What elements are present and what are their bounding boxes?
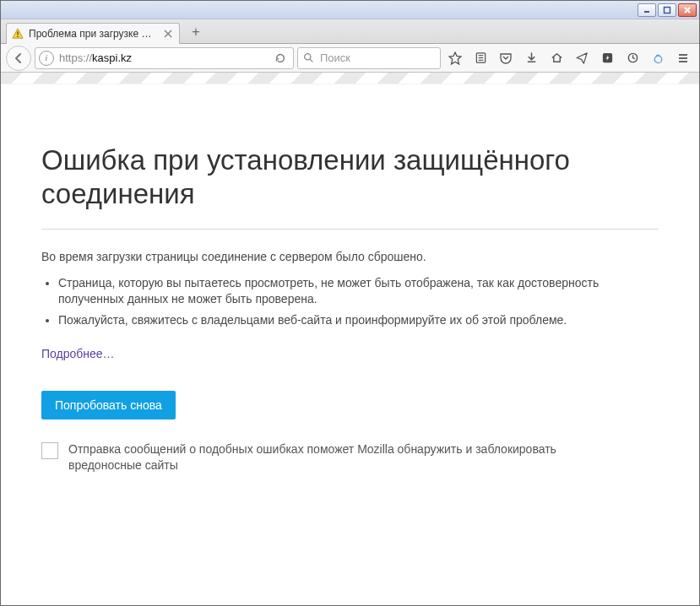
reload-button[interactable]	[271, 52, 290, 64]
error-lead: Во время загрузки страницы соединение с …	[41, 250, 659, 263]
menu-icon[interactable]	[672, 47, 694, 69]
svg-line-10	[310, 59, 312, 62]
svg-line-2	[685, 8, 690, 13]
error-causes-list: Страница, которую вы пытаетесь просмотре…	[41, 275, 659, 328]
learn-more-link[interactable]: Подробнее…	[41, 347, 115, 360]
search-icon	[303, 52, 315, 64]
window-minimize-button[interactable]	[638, 3, 656, 17]
search-placeholder: Поиск	[320, 51, 350, 64]
error-stripe	[1, 73, 699, 84]
history-icon[interactable]	[621, 47, 643, 69]
svg-point-9	[305, 53, 311, 59]
tab-close-button[interactable]	[162, 28, 174, 40]
browser-window: Проблема при загрузке стр… + i https://k…	[0, 0, 700, 606]
svg-rect-6	[17, 36, 18, 37]
svg-rect-11	[476, 53, 485, 62]
svg-line-8	[165, 30, 171, 37]
downloads-icon[interactable]	[520, 47, 542, 69]
svg-rect-5	[17, 31, 18, 35]
window-titlebar	[1, 1, 699, 19]
flash-icon[interactable]	[596, 47, 618, 69]
pocket-icon[interactable]	[495, 47, 517, 69]
report-checkbox[interactable]	[41, 442, 58, 459]
content-area: Ошибка при установлении защищённого соед…	[1, 73, 699, 605]
browser-tab[interactable]: Проблема при загрузке стр…	[6, 23, 180, 44]
svg-rect-1	[665, 7, 670, 13]
retry-button[interactable]: Попробовать снова	[41, 391, 176, 419]
svg-point-17	[628, 53, 637, 62]
window-close-button[interactable]	[678, 3, 697, 17]
site-identity-icon[interactable]: i	[39, 51, 54, 66]
back-button[interactable]	[6, 46, 31, 71]
reader-icon[interactable]	[469, 47, 491, 69]
error-heading: Ошибка при установлении защищённого соед…	[41, 143, 659, 210]
bookmark-star-icon[interactable]	[444, 47, 466, 69]
warning-icon	[12, 28, 24, 40]
svg-marker-4	[13, 29, 23, 38]
home-icon[interactable]	[545, 47, 567, 69]
error-page: Ошибка при установлении защищённого соед…	[1, 84, 699, 508]
window-maximize-button[interactable]	[658, 3, 676, 17]
search-bar[interactable]: Поиск	[297, 47, 441, 69]
error-cause-item: Страница, которую вы пытаетесь просмотре…	[58, 275, 659, 307]
tab-strip: Проблема при загрузке стр… +	[1, 19, 699, 44]
svg-line-3	[685, 8, 690, 13]
nav-toolbar: i https://kaspi.kz Поиск	[1, 44, 699, 73]
svg-rect-16	[602, 53, 611, 62]
address-bar[interactable]: i https://kaspi.kz	[35, 47, 294, 69]
report-label: Отправка сообщений о подобных ошибках по…	[68, 441, 609, 474]
new-tab-button[interactable]: +	[185, 23, 207, 41]
addon-icon[interactable]	[647, 47, 669, 69]
url-text: https://kaspi.kz	[59, 51, 271, 64]
svg-point-18	[654, 56, 661, 62]
divider	[41, 229, 659, 230]
svg-line-7	[165, 30, 171, 37]
send-icon[interactable]	[571, 47, 593, 69]
error-cause-item: Пожалуйста, свяжитесь с владельцами веб-…	[58, 312, 659, 328]
tab-title: Проблема при загрузке стр…	[29, 28, 155, 40]
report-row: Отправка сообщений о подобных ошибках по…	[41, 441, 659, 474]
